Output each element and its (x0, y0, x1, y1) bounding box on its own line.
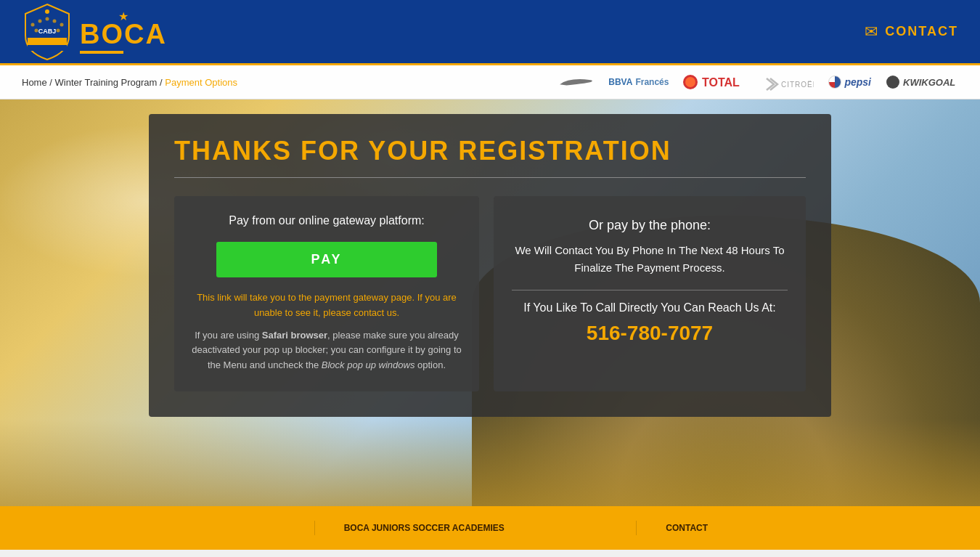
svg-point-10 (57, 28, 60, 32)
envelope-icon: ✉ (865, 23, 878, 41)
breadcrumb-home[interactable]: Home (22, 77, 47, 88)
svg-point-9 (35, 28, 38, 32)
site-header: CABJ ★ BOCA ✉ CONTACT (0, 0, 980, 65)
phone-payment-panel: Or pay by the phone: We Will Contact You… (494, 196, 806, 391)
svg-point-8 (60, 23, 64, 26)
site-footer: BOCA JUNIORS SOCCER ACADEMIES CONTACT (0, 506, 980, 550)
cabj-shield-logo: CABJ (22, 3, 73, 61)
gateway-label: Pay from our online gateway platform: (189, 214, 465, 227)
bbva-frances-text: Francés (635, 77, 669, 87)
svg-point-5 (38, 19, 42, 23)
phone-title: Or pay by the phone: (512, 218, 788, 233)
footer-text-3: CONTACT (666, 523, 708, 533)
warning-normal1: If you are using (195, 330, 262, 341)
warning-italic-text: Block pop up windows (322, 359, 415, 370)
main-content: THANKS FOR YOUR REGISTRATION Pay from ou… (0, 99, 980, 431)
gateway-warning-text: This link will take you to the payment g… (189, 290, 465, 373)
separator (512, 290, 788, 290)
contact-label: CONTACT (885, 24, 958, 39)
svg-point-0 (45, 9, 49, 14)
registration-card: THANKS FOR YOUR REGISTRATION Pay from ou… (149, 114, 831, 417)
breadcrumb-current: Payment Options (165, 77, 237, 88)
sponsor-nike (558, 75, 594, 89)
svg-text:TOTAL: TOTAL (702, 76, 740, 89)
pepsi-circle-icon (828, 76, 841, 89)
breadcrumb-bar: Home / Winter Training Program / Payment… (0, 65, 980, 99)
pepsi-wordmark: pepsi (844, 76, 871, 88)
phone-number: 516-780-7077 (512, 322, 788, 345)
warning-orange-text: This link will take you to the payment g… (189, 290, 465, 321)
breadcrumb-program[interactable]: Winter Training Program (55, 77, 158, 88)
svg-point-15 (886, 76, 899, 89)
bbva-text: BBVA (608, 77, 632, 87)
breadcrumb-sep1: / (49, 77, 54, 88)
main-background: THANKS FOR YOUR REGISTRATION Pay from ou… (0, 99, 980, 506)
sponsor-citroen: CITROËN (756, 71, 814, 93)
footer-col-1 (22, 521, 315, 535)
payment-options: Pay from our online gateway platform: PA… (174, 196, 806, 391)
svg-text:CITROËN: CITROËN (781, 81, 814, 89)
svg-text:CABJ: CABJ (38, 28, 57, 35)
footer-col-2: BOCA JUNIORS SOCCER ACADEMIES (344, 521, 637, 535)
svg-point-12 (685, 77, 695, 87)
phone-description: We Will Contact You By Phone In The Next… (512, 242, 788, 277)
breadcrumb: Home / Winter Training Program / Payment… (22, 77, 237, 88)
warning-bold-text: Safari browser (262, 330, 327, 341)
svg-point-7 (53, 19, 57, 23)
contact-nav-item[interactable]: ✉ CONTACT (865, 23, 958, 41)
warning-safari-text: If you are using Safari browser, please … (189, 328, 465, 373)
page-title: THANKS FOR YOUR REGISTRATION (174, 136, 806, 178)
svg-point-6 (46, 17, 49, 20)
online-gateway-panel: Pay from our online gateway platform: PA… (174, 196, 479, 391)
footer-col-3: CONTACT (666, 521, 958, 535)
pay-button[interactable]: PAY (216, 242, 437, 277)
nike-swoosh-icon (558, 75, 594, 89)
warning-end-text: option. (415, 359, 446, 370)
svg-point-4 (31, 23, 35, 26)
svg-text:KWIKGOAL: KWIKGOAL (903, 77, 955, 88)
sponsor-bbva: BBVA Francés (608, 77, 669, 87)
svg-rect-2 (28, 38, 67, 45)
footer-text-2: BOCA JUNIORS SOCCER ACADEMIES (344, 523, 505, 533)
sponsors-bar: BBVA Francés TOTAL CITROËN pepsi (558, 71, 958, 93)
sponsor-kwikgoal: KWIKGOAL (886, 73, 958, 91)
citroen-logo-icon: CITROËN (756, 71, 814, 93)
sponsor-total: TOTAL (683, 72, 741, 92)
phone-direct-label: If You Like To Call Directly You Can Rea… (512, 301, 788, 314)
logo-container: CABJ ★ BOCA (22, 3, 167, 61)
kwikgoal-logo-icon: KWIKGOAL (886, 73, 958, 91)
svg-rect-3 (28, 45, 67, 51)
total-logo-icon: TOTAL (683, 72, 741, 92)
sponsor-pepsi: pepsi (828, 76, 871, 89)
boca-underline (80, 51, 123, 54)
boca-wordmark: BOCA (80, 20, 167, 48)
logo-text-container: ★ BOCA (80, 9, 167, 54)
